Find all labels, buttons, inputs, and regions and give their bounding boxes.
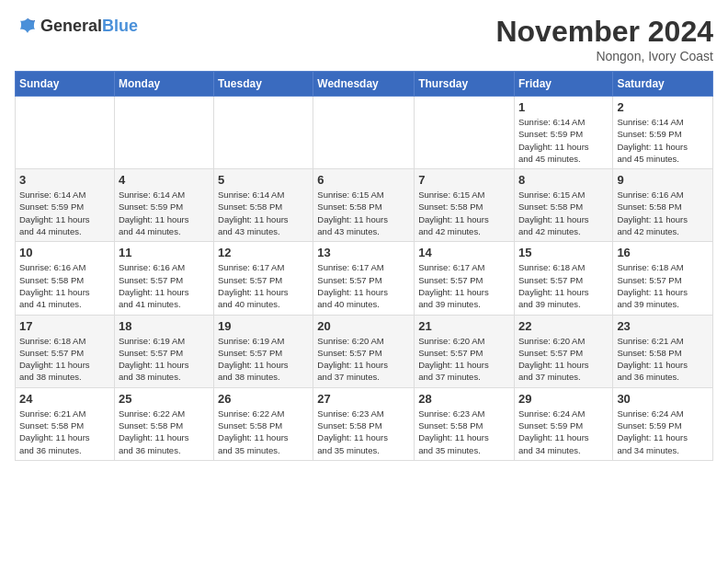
calendar-cell: 12Sunrise: 6:17 AM Sunset: 5:57 PM Dayli… [214,242,313,315]
day-number: 4 [119,173,210,187]
calendar-cell: 29Sunrise: 6:24 AM Sunset: 5:59 PM Dayli… [514,387,612,460]
day-info: Sunrise: 6:22 AM Sunset: 5:58 PM Dayligh… [218,408,309,456]
day-info: Sunrise: 6:14 AM Sunset: 5:59 PM Dayligh… [19,189,110,237]
calendar-cell: 26Sunrise: 6:22 AM Sunset: 5:58 PM Dayli… [214,387,313,460]
day-info: Sunrise: 6:16 AM Sunset: 5:58 PM Dayligh… [617,189,709,237]
month-title: November 2024 [495,15,713,49]
day-number: 7 [418,173,510,187]
week-row-4: 17Sunrise: 6:18 AM Sunset: 5:57 PM Dayli… [16,315,713,387]
calendar-table: SundayMondayTuesdayWednesdayThursdayFrid… [15,71,713,461]
weekday-header-monday: Monday [114,72,213,97]
day-info: Sunrise: 6:14 AM Sunset: 5:59 PM Dayligh… [119,189,210,237]
day-info: Sunrise: 6:14 AM Sunset: 5:59 PM Dayligh… [518,116,609,165]
day-number: 16 [617,246,709,259]
calendar-cell: 27Sunrise: 6:23 AM Sunset: 5:58 PM Dayli… [313,387,415,460]
calendar-cell: 21Sunrise: 6:20 AM Sunset: 5:57 PM Dayli… [415,315,515,387]
logo: GeneralBlue [15,15,138,37]
calendar-cell: 19Sunrise: 6:19 AM Sunset: 5:57 PM Dayli… [214,315,313,387]
day-number: 15 [518,246,609,259]
calendar-cell: 30Sunrise: 6:24 AM Sunset: 5:59 PM Dayli… [613,387,713,460]
weekday-header-thursday: Thursday [415,72,515,97]
day-info: Sunrise: 6:14 AM Sunset: 5:58 PM Dayligh… [218,189,309,237]
day-info: Sunrise: 6:24 AM Sunset: 5:59 PM Dayligh… [617,408,709,456]
day-info: Sunrise: 6:22 AM Sunset: 5:58 PM Dayligh… [119,408,210,456]
calendar-cell: 7Sunrise: 6:15 AM Sunset: 5:58 PM Daylig… [415,169,515,242]
day-number: 3 [19,173,110,187]
day-number: 10 [19,246,110,259]
logo-text-general: General [40,17,102,35]
calendar-cell [114,97,213,169]
weekday-header-row: SundayMondayTuesdayWednesdayThursdayFrid… [16,72,713,97]
logo-icon [17,15,39,37]
day-info: Sunrise: 6:23 AM Sunset: 5:58 PM Dayligh… [418,408,510,456]
day-number: 29 [518,392,609,406]
day-number: 17 [19,319,110,333]
calendar-cell: 18Sunrise: 6:19 AM Sunset: 5:57 PM Dayli… [114,315,213,387]
week-row-5: 24Sunrise: 6:21 AM Sunset: 5:58 PM Dayli… [16,387,713,460]
weekday-header-sunday: Sunday [16,72,115,97]
day-number: 5 [218,173,309,187]
day-number: 13 [317,246,410,259]
day-info: Sunrise: 6:20 AM Sunset: 5:57 PM Dayligh… [418,335,510,384]
calendar-cell: 22Sunrise: 6:20 AM Sunset: 5:57 PM Dayli… [514,315,612,387]
day-info: Sunrise: 6:18 AM Sunset: 5:57 PM Dayligh… [518,261,609,310]
day-info: Sunrise: 6:20 AM Sunset: 5:57 PM Dayligh… [518,335,609,384]
day-number: 22 [518,319,609,333]
week-row-1: 1Sunrise: 6:14 AM Sunset: 5:59 PM Daylig… [16,97,713,169]
day-number: 19 [218,319,309,333]
day-info: Sunrise: 6:14 AM Sunset: 5:59 PM Dayligh… [617,116,709,165]
calendar-cell: 14Sunrise: 6:17 AM Sunset: 5:57 PM Dayli… [415,242,515,315]
week-row-2: 3Sunrise: 6:14 AM Sunset: 5:59 PM Daylig… [16,169,713,242]
day-info: Sunrise: 6:16 AM Sunset: 5:58 PM Dayligh… [19,261,110,310]
day-info: Sunrise: 6:16 AM Sunset: 5:57 PM Dayligh… [119,261,210,310]
day-info: Sunrise: 6:24 AM Sunset: 5:59 PM Dayligh… [518,408,609,456]
day-info: Sunrise: 6:15 AM Sunset: 5:58 PM Dayligh… [418,189,510,237]
day-number: 26 [218,392,309,406]
calendar-cell: 1Sunrise: 6:14 AM Sunset: 5:59 PM Daylig… [514,97,612,169]
calendar-cell: 8Sunrise: 6:15 AM Sunset: 5:58 PM Daylig… [514,169,612,242]
calendar-cell [415,97,515,169]
day-number: 25 [119,392,210,406]
day-info: Sunrise: 6:18 AM Sunset: 5:57 PM Dayligh… [617,261,709,310]
day-info: Sunrise: 6:19 AM Sunset: 5:57 PM Dayligh… [119,335,210,384]
calendar-cell: 5Sunrise: 6:14 AM Sunset: 5:58 PM Daylig… [214,169,313,242]
day-number: 30 [617,392,709,406]
day-number: 9 [617,173,709,187]
day-number: 14 [418,246,510,259]
day-info: Sunrise: 6:20 AM Sunset: 5:57 PM Dayligh… [317,335,410,384]
day-number: 27 [317,392,410,406]
day-number: 12 [218,246,309,259]
calendar-cell: 9Sunrise: 6:16 AM Sunset: 5:58 PM Daylig… [613,169,713,242]
calendar-cell: 20Sunrise: 6:20 AM Sunset: 5:57 PM Dayli… [313,315,415,387]
calendar-cell: 2Sunrise: 6:14 AM Sunset: 5:59 PM Daylig… [613,97,713,169]
calendar-cell: 13Sunrise: 6:17 AM Sunset: 5:57 PM Dayli… [313,242,415,315]
calendar-cell: 17Sunrise: 6:18 AM Sunset: 5:57 PM Dayli… [16,315,115,387]
weekday-header-friday: Friday [514,72,612,97]
calendar-cell: 6Sunrise: 6:15 AM Sunset: 5:58 PM Daylig… [313,169,415,242]
weekday-header-wednesday: Wednesday [313,72,415,97]
day-info: Sunrise: 6:23 AM Sunset: 5:58 PM Dayligh… [317,408,410,456]
day-info: Sunrise: 6:15 AM Sunset: 5:58 PM Dayligh… [518,189,609,237]
day-number: 1 [518,100,609,114]
day-number: 23 [617,319,709,333]
day-info: Sunrise: 6:17 AM Sunset: 5:57 PM Dayligh… [317,261,410,310]
calendar-cell [214,97,313,169]
day-number: 28 [418,392,510,406]
calendar-cell: 28Sunrise: 6:23 AM Sunset: 5:58 PM Dayli… [415,387,515,460]
day-number: 6 [317,173,410,187]
day-number: 20 [317,319,410,333]
day-info: Sunrise: 6:17 AM Sunset: 5:57 PM Dayligh… [218,261,309,310]
calendar-cell: 10Sunrise: 6:16 AM Sunset: 5:58 PM Dayli… [16,242,115,315]
day-number: 8 [518,173,609,187]
day-number: 24 [19,392,110,406]
day-info: Sunrise: 6:15 AM Sunset: 5:58 PM Dayligh… [317,189,410,237]
calendar-cell: 4Sunrise: 6:14 AM Sunset: 5:59 PM Daylig… [114,169,213,242]
day-info: Sunrise: 6:21 AM Sunset: 5:58 PM Dayligh… [617,335,709,384]
calendar-cell: 3Sunrise: 6:14 AM Sunset: 5:59 PM Daylig… [16,169,115,242]
calendar-cell: 25Sunrise: 6:22 AM Sunset: 5:58 PM Dayli… [114,387,213,460]
calendar-cell: 23Sunrise: 6:21 AM Sunset: 5:58 PM Dayli… [613,315,713,387]
day-number: 11 [119,246,210,259]
day-info: Sunrise: 6:19 AM Sunset: 5:57 PM Dayligh… [218,335,309,384]
logo-text-blue: Blue [102,17,138,35]
calendar-cell [313,97,415,169]
